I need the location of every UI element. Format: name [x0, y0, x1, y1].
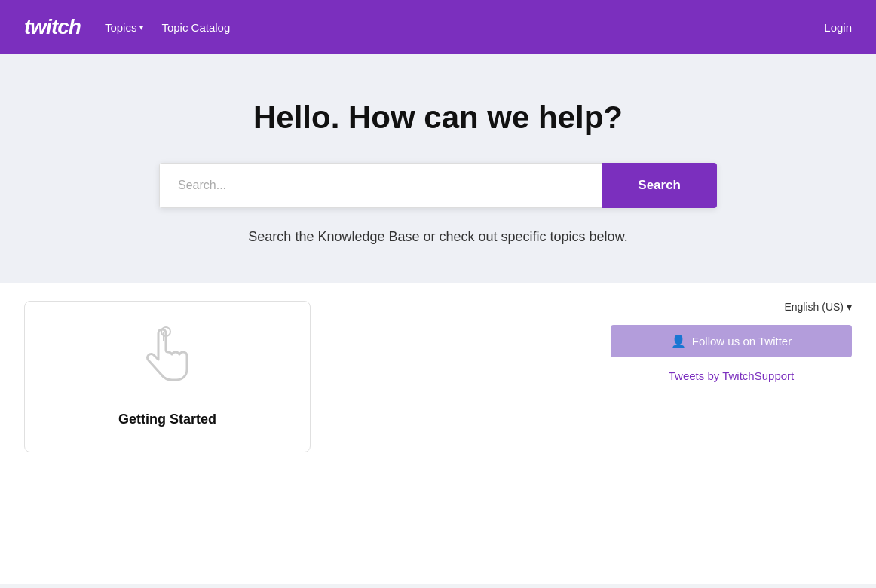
hand-pointer-icon	[137, 326, 198, 394]
card-title: Getting Started	[43, 412, 292, 427]
topic-catalog-label: Topic Catalog	[161, 21, 230, 34]
header-left: twitch Topics ▾ Topic Catalog	[24, 15, 230, 39]
search-bar: Search	[159, 163, 717, 208]
main-header: twitch Topics ▾ Topic Catalog Login	[0, 0, 876, 54]
main-left: Getting Started	[24, 301, 587, 566]
nav-item-topic-catalog[interactable]: Topic Catalog	[161, 21, 230, 34]
language-label: English (US)	[784, 301, 844, 313]
hero-section: Hello. How can we help? Search Search th…	[0, 54, 876, 283]
follow-twitter-label: Follow us on Twitter	[692, 335, 792, 348]
topics-label: Topics	[105, 21, 137, 34]
twitch-logo: twitch	[24, 15, 81, 39]
follow-twitter-button[interactable]: 👤 Follow us on Twitter	[611, 325, 852, 357]
card-icon	[43, 326, 292, 397]
main-nav: Topics ▾ Topic Catalog	[105, 21, 230, 34]
hero-subtitle: Search the Knowledge Base or check out s…	[24, 229, 852, 245]
search-button[interactable]: Search	[602, 163, 717, 208]
login-button[interactable]: Login	[824, 21, 852, 34]
tweets-link[interactable]: Tweets by TwitchSupport	[611, 369, 852, 382]
nav-item-topics[interactable]: Topics ▾	[105, 21, 144, 34]
hero-title: Hello. How can we help?	[24, 100, 852, 136]
main-content: Getting Started English (US) ▾ 👤 Follow …	[0, 283, 876, 584]
chevron-down-icon: ▾	[139, 23, 143, 32]
chevron-down-icon: ▾	[847, 301, 852, 313]
main-right: English (US) ▾ 👤 Follow us on Twitter Tw…	[611, 301, 852, 566]
twitter-follow-icon: 👤	[671, 334, 686, 348]
getting-started-card: Getting Started	[24, 301, 311, 452]
language-selector[interactable]: English (US) ▾	[611, 301, 852, 313]
search-input[interactable]	[159, 163, 602, 208]
